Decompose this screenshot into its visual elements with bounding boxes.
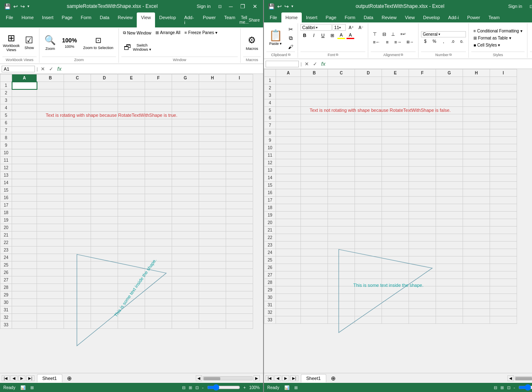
cell-4-6[interactable] [436, 99, 463, 107]
cell-23-2[interactable] [64, 247, 91, 254]
cell-17-5[interactable] [145, 202, 172, 209]
tell-me-input[interactable]: Tell me... [239, 15, 249, 25]
cell-16-8[interactable] [490, 189, 517, 197]
restore-button[interactable]: ❐ [238, 2, 248, 10]
cell-13-0[interactable] [12, 172, 37, 179]
cell-17-8[interactable] [226, 202, 253, 209]
cell-16-5[interactable] [409, 189, 436, 197]
right-col-header-E[interactable]: E [382, 69, 409, 77]
cell-5-8[interactable] [226, 112, 253, 119]
cell-24-3[interactable] [91, 254, 118, 261]
cell-27-5[interactable] [145, 276, 172, 284]
cell-11-4[interactable] [382, 152, 409, 159]
font-expand-icon[interactable]: ⧉ [336, 53, 338, 57]
cell-17-0[interactable] [12, 202, 37, 209]
cell-30-8[interactable] [226, 299, 253, 306]
cell-27-6[interactable] [436, 271, 463, 279]
format-table-button[interactable]: ⊞ Format as Table ▾ [471, 35, 524, 41]
cell-24-0[interactable] [12, 254, 37, 261]
cell-33-5[interactable] [145, 321, 172, 329]
cell-29-4[interactable] [382, 286, 409, 294]
cell-9-3[interactable] [91, 142, 118, 149]
cell-7-8[interactable] [226, 127, 253, 134]
cell-30-5[interactable] [409, 294, 436, 301]
cell-2-7[interactable] [463, 84, 490, 92]
cell-23-3[interactable] [91, 247, 118, 254]
left-tab-develop[interactable]: Develop [155, 12, 180, 27]
cell-10-7[interactable] [463, 144, 490, 152]
cell-9-5[interactable] [409, 137, 436, 144]
cell-6-4[interactable] [118, 119, 145, 127]
cell-5-0[interactable] [12, 112, 37, 119]
cell-28-4[interactable] [118, 284, 145, 291]
redo-icon[interactable]: ↪ [20, 2, 26, 10]
cell-10-0[interactable] [276, 144, 301, 152]
cell-24-4[interactable] [382, 249, 409, 256]
right-sign-in-button[interactable]: Sign in [506, 3, 525, 10]
fill-color-button[interactable]: A [337, 32, 345, 39]
close-button[interactable]: ✕ [250, 2, 260, 10]
cell-29-0[interactable] [276, 286, 301, 294]
cell-29-2[interactable] [328, 286, 355, 294]
cell-10-3[interactable] [355, 144, 382, 152]
cell-11-3[interactable] [355, 152, 382, 159]
right-add-sheet-button[interactable]: ⊕ [327, 374, 340, 383]
cell-10-8[interactable] [226, 149, 253, 157]
cell-10-6[interactable] [172, 149, 199, 157]
cell-10-1[interactable] [301, 144, 328, 152]
cell-32-7[interactable] [463, 309, 490, 316]
cell-17-1[interactable] [37, 202, 64, 209]
cell-14-8[interactable] [490, 174, 517, 182]
scroll-to-first-sheet[interactable]: |◀ [2, 375, 10, 381]
left-zoom-in[interactable]: + [244, 385, 246, 390]
cell-32-5[interactable] [145, 314, 172, 321]
ribbon-display-icon[interactable]: ⊡ [216, 3, 224, 10]
cell-14-0[interactable] [12, 179, 37, 187]
cell-27-5[interactable] [409, 271, 436, 279]
cell-25-3[interactable] [91, 261, 118, 269]
cell-8-5[interactable] [145, 134, 172, 142]
cell-3-3[interactable] [355, 92, 382, 99]
cell-24-8[interactable] [490, 249, 517, 256]
left-tab-form[interactable]: Form [76, 12, 96, 27]
col-header-G[interactable]: G [172, 74, 199, 82]
cell-14-1[interactable] [301, 174, 328, 182]
cell-19-3[interactable] [91, 217, 118, 224]
cell-9-4[interactable] [118, 142, 145, 149]
cell-33-8[interactable] [490, 316, 517, 324]
cell-21-4[interactable] [118, 232, 145, 239]
cell-7-2[interactable] [328, 122, 355, 129]
cell-4-5[interactable] [145, 104, 172, 112]
cell-19-2[interactable] [64, 217, 91, 224]
cell-23-1[interactable] [37, 247, 64, 254]
cell-21-3[interactable] [355, 227, 382, 234]
cell-32-7[interactable] [199, 314, 226, 321]
cell-23-1[interactable] [301, 242, 328, 249]
right-confirm-formula-button[interactable]: ✓ [312, 61, 318, 67]
cell-styles-button[interactable]: ■ Cell Styles ▾ [471, 42, 524, 48]
cell-8-7[interactable] [199, 134, 226, 142]
cell-21-2[interactable] [328, 227, 355, 234]
cell-2-7[interactable] [199, 89, 226, 97]
cell-4-1[interactable] [37, 104, 64, 112]
cell-1-2[interactable] [64, 82, 91, 89]
cell-21-1[interactable] [301, 227, 328, 234]
cell-11-5[interactable] [145, 157, 172, 164]
share-button[interactable]: Share [249, 18, 260, 22]
minimize-button[interactable]: ─ [227, 2, 235, 10]
cell-20-7[interactable] [463, 219, 490, 227]
cell-18-3[interactable] [355, 204, 382, 212]
cell-7-8[interactable] [490, 122, 517, 129]
col-header-F[interactable]: F [145, 74, 172, 82]
cell-21-8[interactable] [490, 227, 517, 234]
cell-12-0[interactable] [12, 164, 37, 172]
right-col-header-A[interactable]: A [276, 69, 301, 77]
cell-31-2[interactable] [328, 301, 355, 309]
cell-6-1[interactable] [37, 119, 64, 127]
left-tab-insert[interactable]: Insert [38, 12, 58, 27]
align-bottom-button[interactable]: ⊥ [389, 31, 397, 38]
cell-24-5[interactable] [145, 254, 172, 261]
cell-25-1[interactable] [37, 261, 64, 269]
cell-14-4[interactable] [118, 179, 145, 187]
cell-30-4[interactable] [118, 299, 145, 306]
